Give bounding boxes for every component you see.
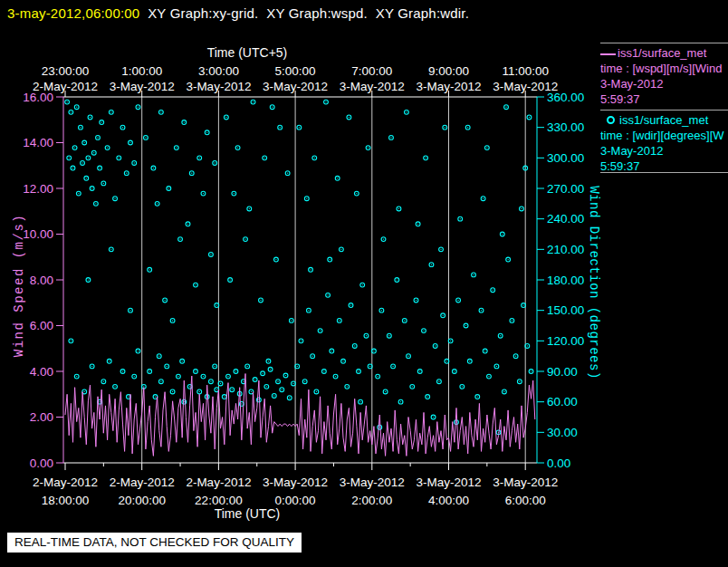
wdir-point-dot	[251, 391, 252, 392]
wdir-point-dot	[155, 396, 156, 397]
wdir-point-dot	[114, 198, 115, 199]
wdir-point-dot	[359, 401, 360, 402]
wdir-point-dot	[167, 366, 168, 367]
wdir-point-dot	[203, 193, 204, 194]
wdir-point-dot	[168, 187, 169, 188]
wdir-point-dot	[438, 381, 439, 382]
wdir-point-dot	[521, 208, 522, 209]
wdir-point-dot	[291, 320, 292, 321]
wdir-point-dot	[354, 345, 355, 346]
wdir-point-dot	[473, 274, 474, 275]
tick-label: 2-May-2012	[186, 476, 251, 489]
tick-label: 5:00:00	[275, 64, 316, 78]
wdir-point-dot	[304, 381, 305, 382]
wdir-point-dot	[308, 310, 309, 311]
wdir-point-dot	[529, 117, 530, 118]
wdir-point-dot	[392, 366, 393, 367]
wdir-point-dot	[340, 249, 341, 250]
wdir-point-dot	[347, 386, 348, 387]
wdir-point-dot	[177, 376, 178, 377]
wdir-point-dot	[234, 193, 235, 194]
wdir-point-dot	[419, 370, 420, 371]
tick-label: 3-May-2012	[340, 80, 405, 93]
wdir-point-dot	[230, 279, 231, 280]
wdir-point-dot	[74, 148, 75, 149]
wdir-point-dot	[446, 360, 447, 361]
wdir-point-dot	[314, 158, 315, 159]
wdir-point-dot	[369, 366, 370, 367]
wdir-point-dot	[129, 142, 130, 143]
wdir-point-dot	[149, 370, 150, 371]
wdir-point-dot	[270, 369, 271, 370]
wdir-point-dot	[71, 111, 72, 112]
wdir-point-dot	[349, 117, 350, 118]
wdir-point-dot	[103, 381, 104, 382]
wdir-point-dot	[503, 391, 504, 392]
wdir-point-dot	[260, 300, 261, 301]
wdir-point-dot	[97, 137, 98, 138]
wdir-point-dot	[249, 208, 250, 209]
tick-label: 3-May-2012	[416, 476, 481, 489]
tick-label: 2-May-2012	[110, 476, 175, 489]
wdir-point-dot	[397, 279, 398, 280]
wdir-point-dot	[210, 254, 211, 255]
wdir-point-dot	[366, 335, 367, 336]
wdir-point-dot	[443, 315, 444, 316]
vertical-gridlines	[142, 97, 526, 463]
circle-marker-icon	[607, 116, 615, 124]
wdir-point-dot	[210, 381, 211, 382]
wdir-point-dot	[76, 376, 77, 377]
wdir-point-dot	[320, 331, 321, 332]
tick-label: 3-May-2012	[416, 80, 481, 93]
wdir-point-dot	[525, 168, 526, 168]
left-tick-label: 10.00	[23, 227, 53, 241]
wdir-point-dot	[225, 117, 226, 118]
window-title: 3-may-2012,06:00:00 XY Graph:xy-grid. XY…	[7, 5, 469, 21]
right-tick-label: 300.00	[547, 151, 584, 165]
wdir-point-dot	[244, 239, 245, 240]
tick-label: 23:00:00	[42, 64, 90, 78]
legend-field: time : [wdir][degrees][W	[600, 128, 728, 143]
wdir-point-dot	[71, 341, 72, 341]
wdir-point-dot	[227, 376, 228, 377]
title-graph-list: XY Graph:xy-grid. XY Graph:wspd. XY Grap…	[139, 5, 469, 21]
wdir-point-dot	[215, 366, 216, 367]
wdir-point-dot	[160, 381, 161, 382]
wdir-scatter-series	[65, 100, 533, 435]
wdir-point-dot	[477, 396, 478, 397]
wdir-point-dot	[203, 376, 204, 377]
wdir-point-dot	[182, 360, 183, 361]
wdir-point-dot	[297, 366, 298, 367]
wdir-point-dot	[331, 351, 332, 351]
right-tick-label: 240.00	[547, 212, 584, 226]
wdir-point-dot	[84, 142, 85, 143]
right-axis-ticks: 360.00330.00300.00270.00240.00210.00180.…	[537, 91, 584, 470]
wdir-point-dot	[215, 162, 216, 163]
wdir-point-dot	[253, 101, 254, 102]
bottom-axis-title: Time (UTC)	[215, 506, 281, 521]
wdir-point-dot	[88, 279, 89, 280]
legend-time: 5:59:37	[600, 91, 728, 107]
wdir-point-dot	[119, 158, 120, 159]
wdir-point-dot	[427, 396, 428, 397]
wdir-point-dot	[134, 162, 135, 163]
wdir-point-dot	[368, 148, 369, 149]
wdir-point-dot	[316, 391, 317, 392]
wdir-point-dot	[398, 208, 399, 209]
wdir-point-dot	[435, 345, 436, 346]
right-tick-label: 150.00	[547, 303, 584, 317]
legend-divider-bottom	[600, 172, 728, 173]
left-tick-label: 6.00	[30, 319, 53, 332]
legend-divider-mid	[600, 110, 728, 111]
wdir-point-dot	[158, 356, 159, 357]
wdir-point-dot	[69, 158, 70, 159]
wdir-point-dot	[199, 158, 200, 159]
right-tick-label: 30.00	[547, 426, 578, 439]
wdir-point-dot	[505, 107, 506, 108]
wdir-point-dot	[78, 193, 79, 194]
wdir-point-dot	[306, 198, 307, 199]
wdir-point-dot	[216, 389, 217, 390]
wdir-point-dot	[407, 356, 408, 357]
wdir-point-dot	[122, 127, 123, 128]
wdir-point-dot	[88, 158, 89, 159]
